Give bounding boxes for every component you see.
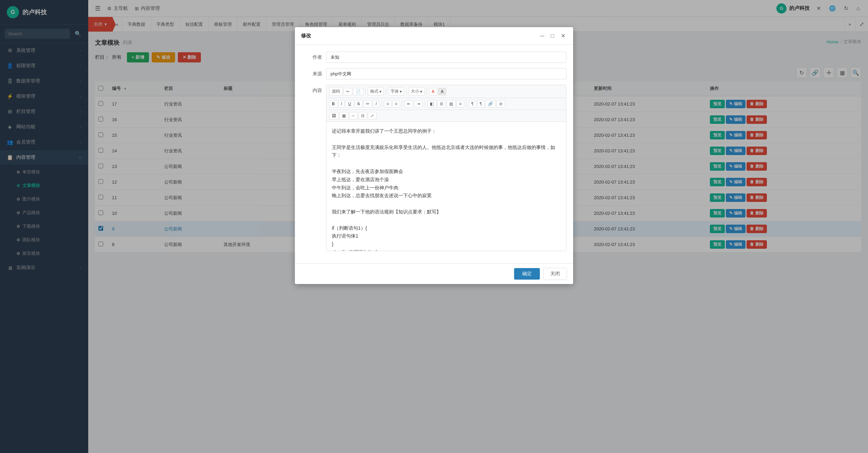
toolbar-separator [425,100,425,107]
editor-content[interactable]: 还记得本章开篇我们讲了一个王思总同学的例子：王同学是生活极度充满娱乐化和享受生活… [326,122,566,251]
table-btn[interactable]: ▦ [339,112,348,119]
source-label: 来源 [302,68,322,77]
more2-btn[interactable]: Ι [373,100,379,108]
modal-title: 修改 [301,33,311,39]
chevron-down-icon: ▾ [420,89,422,94]
source-input[interactable] [326,68,566,79]
cut-btn[interactable]: ✂ [343,88,352,95]
modal-header: 修改 ─ □ ✕ [295,27,573,45]
embed-btn[interactable]: ⊟ [358,112,367,119]
content-row: 内容 源码 ✂ 📄 格式 ▾ [302,85,566,251]
modal-overlay[interactable]: 修改 ─ □ ✕ 作者 来源 内容 [0,0,868,453]
align-left-btn[interactable]: ◧ [427,100,436,108]
modal-body: 作者 来源 内容 源码 ✂ 📄 [295,45,573,263]
format-select[interactable]: 格式 ▾ [368,87,384,96]
modal-footer: 确定 关闭 [295,263,573,284]
ul-btn[interactable]: ≡ [392,100,400,108]
modal-maximize-button[interactable]: □ [549,32,556,40]
font-select[interactable]: 字体 ▾ [388,87,404,96]
bold-btn[interactable]: B [329,100,338,108]
size-select[interactable]: 大小 ▾ [409,87,424,96]
edit-modal: 修改 ─ □ ✕ 作者 来源 内容 [295,27,573,284]
editor-wrapper: 源码 ✂ 📄 格式 ▾ 字体 ▾ [326,85,566,251]
more1-btn[interactable]: ✏ [363,100,372,108]
source-row: 来源 [302,68,566,79]
bg-color-btn[interactable]: A [438,88,447,95]
indent-inc-btn[interactable]: ⇥ [414,100,423,108]
editor-toolbar-row2: B I U S ✏ Ι ≡ ≡ ⇤ ⇥ ◧ ⊟ [326,98,566,110]
strike-btn[interactable]: S [355,100,363,108]
toolbar-separator [402,100,402,107]
author-input[interactable] [326,52,566,63]
source-btn[interactable]: 源码 [329,87,343,96]
editor-toolbar-row3: 🖼 ▦ ─ ⊟ ⤢ [326,110,566,122]
align-right-btn[interactable]: ▨ [447,100,456,108]
link-btn[interactable]: 🔗 [485,100,496,108]
modal-close-button[interactable]: ✕ [559,32,567,40]
toolbar-separator [386,88,386,95]
toolbar-separator [427,88,427,95]
toolbar-separator [466,100,467,107]
author-row: 作者 [302,52,566,63]
font-color-btn[interactable]: A [429,88,437,95]
unlink-btn[interactable]: ⊘ [496,100,505,108]
author-label: 作者 [302,52,322,60]
chevron-down-icon: ▾ [400,89,402,94]
ol-btn[interactable]: ≡ [384,100,392,108]
editor-toolbar: 源码 ✂ 📄 格式 ▾ 字体 ▾ [326,85,566,98]
hr-btn[interactable]: ─ [349,112,358,119]
align-justify-btn[interactable]: ≡ [456,100,464,108]
para-ltr-btn[interactable]: ¶ [469,100,476,108]
chevron-down-icon: ▾ [379,89,381,94]
confirm-button[interactable]: 确定 [514,268,540,280]
content-label: 内容 [302,85,322,94]
modal-minimize-button[interactable]: ─ [539,32,546,40]
image-btn[interactable]: 🖼 [329,112,339,119]
toolbar-separator [381,100,382,107]
underline-btn[interactable]: U [345,100,354,108]
close-modal-button[interactable]: 关闭 [543,268,567,280]
copy-btn[interactable]: 📄 [353,88,363,95]
toolbar-separator [365,88,366,95]
para-rtl-btn[interactable]: ¶ [477,100,485,108]
fullscreen-btn[interactable]: ⤢ [368,112,377,119]
italic-btn[interactable]: I [338,100,345,108]
toolbar-separator [406,88,407,95]
indent-dec-btn[interactable]: ⇤ [404,100,413,108]
align-center-btn[interactable]: ⊟ [437,100,446,108]
